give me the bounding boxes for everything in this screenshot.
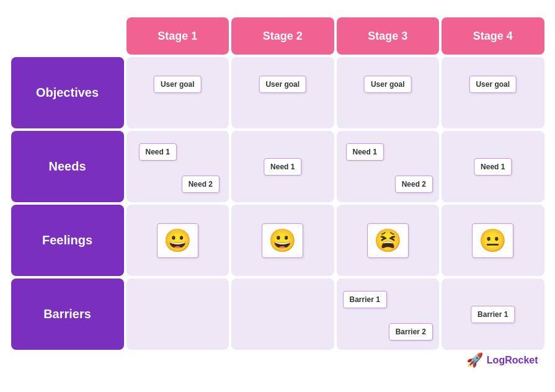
objectives-stage3-cell: User goal xyxy=(337,57,440,128)
objectives-stage2-cell: User goal xyxy=(231,57,334,128)
barriers-stage4-card1: Barrier 1 xyxy=(471,306,515,323)
needs-stage2-card1: Need 1 xyxy=(264,158,301,176)
needs-stage1-cell: Need 1 Need 2 xyxy=(127,131,229,202)
stage-4-header: Stage 4 xyxy=(442,17,544,55)
objectives-stage3-card: User goal xyxy=(364,76,412,93)
objectives-stage1-card: User goal xyxy=(154,76,202,93)
feelings-stage2-cell: 😀 xyxy=(231,205,334,276)
barriers-stage4-cell: Barrier 1 xyxy=(442,278,544,350)
feelings-stage2-emoji: 😀 xyxy=(262,223,303,258)
barriers-label: Barriers xyxy=(11,278,124,350)
stage-3-header: Stage 3 xyxy=(337,17,440,55)
logrocket-brand: 🚀 LogRocket xyxy=(466,352,538,368)
needs-stage2-cell: Need 1 xyxy=(231,131,334,202)
feelings-stage1-emoji: 😀 xyxy=(157,223,198,258)
feelings-stage4-cell: 😐 xyxy=(442,205,544,276)
rocket-icon: 🚀 xyxy=(466,352,483,368)
feelings-label: Feelings xyxy=(11,205,124,276)
needs-stage1-card1: Need 1 xyxy=(139,143,177,161)
barriers-stage2-cell xyxy=(231,278,334,350)
needs-stage4-card1: Need 1 xyxy=(474,158,512,176)
needs-stage3-cell: Need 1 Need 2 xyxy=(337,131,440,202)
barriers-stage1-cell xyxy=(127,278,229,350)
barriers-stage3-card1: Barrier 1 xyxy=(343,291,387,308)
objectives-label: Objectives xyxy=(11,57,124,128)
main-container: Stage 1 Stage 2 Stage 3 Stage 4 Objectiv… xyxy=(11,17,544,375)
objectives-stage2-card: User goal xyxy=(259,76,306,93)
barriers-stage3-card2: Barrier 2 xyxy=(389,323,433,341)
header-empty-cell xyxy=(11,17,124,55)
feelings-stage1-cell: 😀 xyxy=(127,205,229,276)
stage-2-header: Stage 2 xyxy=(231,17,334,55)
objectives-stage4-cell: User goal xyxy=(442,57,544,128)
journey-map-grid: Stage 1 Stage 2 Stage 3 Stage 4 Objectiv… xyxy=(11,17,544,350)
barriers-stage3-cell: Barrier 1 Barrier 2 xyxy=(337,278,440,350)
needs-stage3-card2: Need 2 xyxy=(395,176,433,193)
stage-1-header: Stage 1 xyxy=(127,17,229,55)
brand-name: LogRocket xyxy=(487,355,538,366)
objectives-stage1-cell: User goal xyxy=(127,57,229,128)
needs-label: Needs xyxy=(11,131,124,202)
objectives-stage4-card: User goal xyxy=(469,76,517,93)
needs-stage1-card2: Need 2 xyxy=(182,176,220,193)
needs-stage4-cell: Need 1 xyxy=(442,131,544,202)
needs-stage3-card1: Need 1 xyxy=(346,143,384,161)
feelings-stage3-emoji: 😫 xyxy=(367,223,409,258)
feelings-stage3-cell: 😫 xyxy=(337,205,440,276)
feelings-stage4-emoji: 😐 xyxy=(472,223,513,258)
